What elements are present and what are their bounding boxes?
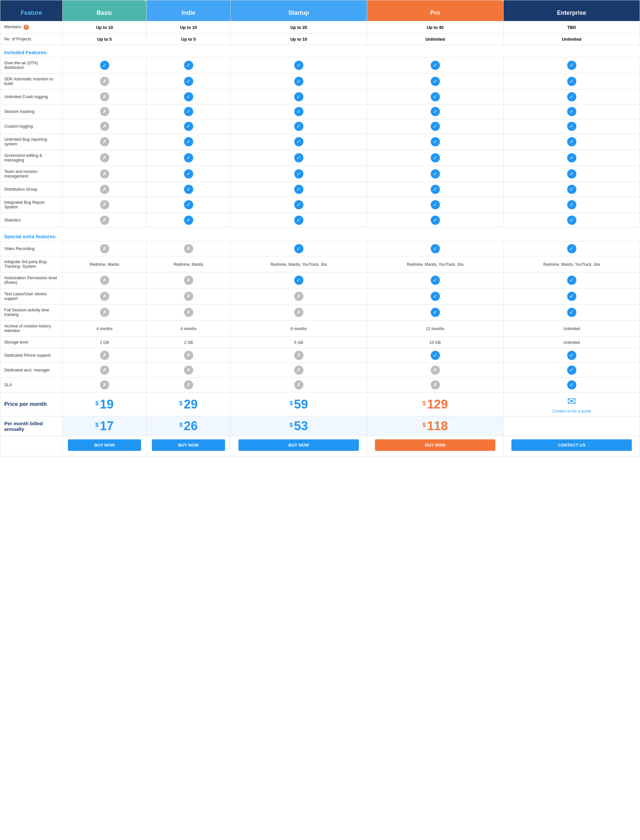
question-mark-icon[interactable]: ? [24, 25, 29, 30]
cross-icon: ✗ [431, 366, 440, 375]
check-icon: ✓ [431, 292, 440, 301]
cross-icon: ✗ [294, 366, 304, 375]
col-header-enterprise: Enterprise [504, 0, 640, 21]
feature-8-col-2: ✓ [230, 182, 367, 197]
feature-row: Integrated Bug Report System✗✓✓✓✓ [0, 197, 640, 213]
special-feat-9-col-3: ✗ [367, 378, 504, 392]
members-indie: Up to 10 [147, 21, 230, 34]
feature-4-col-0: ✗ [62, 119, 147, 134]
check-icon: ✓ [294, 169, 304, 179]
check-icon: ✓ [567, 292, 576, 301]
buy-button-0[interactable]: BUY NOW [68, 439, 141, 451]
special-feat-4-col-2: ✗ [230, 304, 367, 321]
price-annual-label: Per month billed annually [0, 416, 62, 436]
basic-ribbon: Distribution Only [128, 0, 147, 6]
cross-icon: ✗ [184, 351, 193, 360]
members-row: Members ? Up to 10 Up to 10 Up to 20 Up … [0, 21, 640, 34]
special-feat-9-col-1: ✗ [147, 378, 230, 392]
special-feature-row: Storage level2 GB2 GB5 GB10 GBUnlimited [0, 337, 640, 348]
special-feat-4-col-3: ✓ [367, 304, 504, 321]
check-icon: ✓ [567, 137, 576, 146]
check-icon: ✓ [567, 169, 576, 179]
included-features-header-row: Included Features: [0, 45, 640, 58]
feature-row: Unlimited Bug reporting system✗✓✓✓✓ [0, 134, 640, 150]
special-feat-0-col-3: ✓ [367, 242, 504, 256]
check-icon: ✓ [567, 200, 576, 210]
price-month-row: Price per month $ 19 $ 29 $ 59 $ 129 ✉ C… [0, 392, 640, 416]
special-feat-1-col-4: Redmine, Mantis, YouTrack, Jira [504, 256, 640, 272]
special-feature-label-8: Dedicated acct. manager [0, 363, 62, 378]
pro-label: Pro [430, 10, 440, 16]
special-feat-2-col-1: ✗ [147, 272, 230, 288]
special-feature-row: Autorization Permission level (Roles)✗✗✓… [0, 272, 640, 288]
cross-icon: ✗ [184, 244, 193, 253]
special-feat-3-col-2: ✗ [230, 288, 367, 304]
cross-icon: ✗ [294, 351, 304, 360]
special-feat-9-col-2: ✗ [230, 378, 367, 392]
feature-1-col-2: ✓ [230, 74, 367, 90]
basic-label: Basic [97, 10, 112, 16]
cross-icon: ✗ [184, 276, 193, 285]
special-feat-8-col-0: ✗ [62, 363, 147, 378]
special-feat-8-col-4: ✓ [504, 363, 640, 378]
price-month-1: $ 29 [147, 392, 230, 416]
feature-1-col-1: ✓ [147, 74, 230, 90]
buy-button-1[interactable]: BUY NOW [152, 439, 225, 451]
feature-8-col-4: ✓ [504, 182, 640, 197]
special-feat-5-col-0: 4 months [62, 321, 147, 337]
feature-4-col-1: ✓ [147, 119, 230, 134]
special-feat-3-col-4: ✓ [504, 288, 640, 304]
special-features-section: Special extra features: [0, 228, 640, 242]
feature-5-col-0: ✗ [62, 134, 147, 150]
feature-row: Team and revision management✗✓✓✓✓ [0, 166, 640, 182]
cross-icon: ✗ [100, 351, 109, 360]
projects-basic: Up to 5 [62, 34, 147, 45]
special-feat-3-col-0: ✗ [62, 288, 147, 304]
special-feat-6-col-2: 5 GB [230, 337, 367, 348]
feature-5-col-2: ✓ [230, 134, 367, 150]
feature-7-col-0: ✗ [62, 166, 147, 182]
btn-cell-3: BUY NOW [367, 436, 504, 456]
cross-icon: ✗ [100, 200, 109, 210]
feature-3-col-2: ✓ [230, 104, 367, 119]
pro-ribbon: Most Popular [488, 0, 504, 5]
special-feat-7-col-3: ✓ [367, 348, 504, 363]
special-feature-label-6: Storage level [0, 337, 62, 348]
check-icon: ✓ [431, 308, 440, 317]
cross-icon: ✗ [100, 185, 109, 194]
check-icon: ✓ [567, 185, 576, 194]
check-icon: ✓ [184, 153, 193, 162]
buy-button-2[interactable]: BUY NOW [238, 439, 358, 451]
special-feature-label-4: Full Session activity time tracking [0, 304, 62, 321]
projects-startup: Up to 10 [230, 34, 367, 45]
check-icon: ✓ [184, 137, 193, 146]
special-feature-row: Integrate 3rd party Bug-Tracking- System… [0, 256, 640, 272]
special-feature-label-5: Archive of revision history retention [0, 321, 62, 337]
special-feat-9-col-0: ✗ [62, 378, 147, 392]
buy-button-4[interactable]: CONTACT US [511, 439, 632, 451]
projects-label: No. of Projects [0, 34, 62, 45]
feature-row: Screenshot editing & messaging✗✓✓✓✓ [0, 150, 640, 166]
feature-9-col-2: ✓ [230, 197, 367, 213]
members-label: Members ? [0, 21, 62, 34]
feature-label-1: SDK Automatic insertion to build [0, 74, 62, 90]
special-feat-2-col-4: ✓ [504, 272, 640, 288]
special-feat-2-col-2: ✓ [230, 272, 367, 288]
feature-0-col-4: ✓ [504, 58, 640, 74]
feature-4-col-4: ✓ [504, 119, 640, 134]
feature-4-col-2: ✓ [230, 119, 367, 134]
feature-8-col-1: ✓ [147, 182, 230, 197]
check-icon: ✓ [431, 169, 440, 179]
special-feature-label-9: SLA [0, 378, 62, 392]
enterprise-label: Enterprise [557, 10, 586, 16]
btn-cell-1: BUY NOW [147, 436, 230, 456]
feature-label-9: Integrated Bug Report System [0, 197, 62, 213]
projects-enterprise: Unlimited [504, 34, 640, 45]
members-startup: Up to 20 [230, 21, 367, 34]
feature-0-col-0: ✓ [62, 58, 147, 74]
check-icon: ✓ [294, 61, 304, 70]
included-features-section: Included Features: [0, 45, 640, 58]
feature-6-col-2: ✓ [230, 150, 367, 166]
buy-button-3[interactable]: BUY NOW [375, 439, 495, 451]
special-feat-6-col-4: Unlimited [504, 337, 640, 348]
